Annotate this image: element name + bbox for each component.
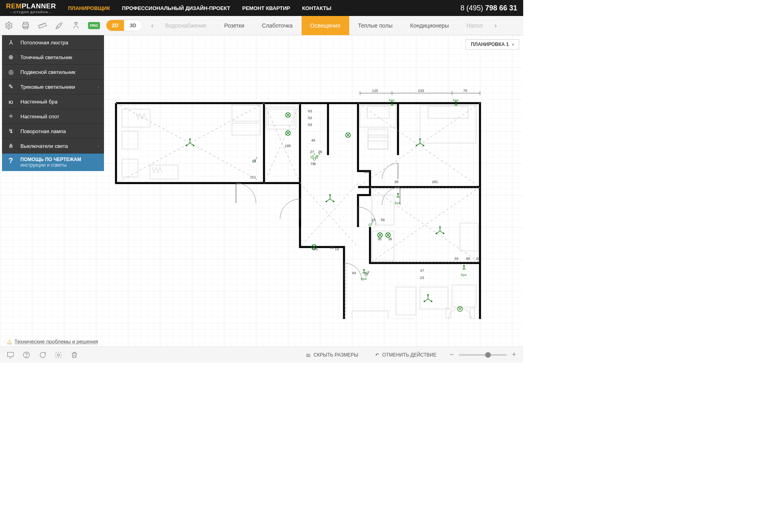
svg-text:63: 63 bbox=[308, 109, 312, 113]
pro-badge[interactable]: PRO bbox=[88, 22, 100, 29]
warning-icon: ⚠ bbox=[7, 339, 12, 345]
svg-text:35: 35 bbox=[378, 237, 382, 241]
svg-rect-1 bbox=[24, 22, 28, 24]
ruler-icon[interactable] bbox=[38, 21, 47, 30]
help-subtitle: инструкции и советы bbox=[20, 162, 81, 168]
nav-contacts[interactable]: КОНТАКТЫ bbox=[302, 5, 331, 11]
hide-sizes-button[interactable]: 80 СКРЫТЬ РАЗМЕРЫ bbox=[302, 352, 363, 358]
svg-text:185: 185 bbox=[285, 144, 291, 148]
main-nav: ПЛАНИРОВЩИК ПРОФЕССИОНАЛЬНЫЙ ДИЗАЙН-ПРОЕ… bbox=[68, 5, 460, 11]
panel-swivel[interactable]: ↯ Поворотная лампа bbox=[2, 124, 104, 139]
tab-floor[interactable]: Напол bbox=[458, 16, 492, 35]
panel-spotlight[interactable]: ⊗ Точечный светильник bbox=[2, 50, 104, 65]
toolbar: PRO 2D 3D ‹ Водоснабжение Розетки Слабот… bbox=[0, 16, 523, 35]
panel-help[interactable]: ? ПОМОЩЬ ПО ЧЕРТЕЖАМ инструкции и советы bbox=[2, 153, 104, 171]
settings-icon[interactable] bbox=[4, 21, 14, 30]
bra-icon: ю bbox=[7, 98, 15, 105]
floor-plan[interactable]: 125 233 75 Бра Бра Бра Бра Бра bbox=[112, 63, 496, 319]
tab-sockets[interactable]: Розетки bbox=[215, 16, 253, 35]
svg-text:Бра: Бра bbox=[361, 277, 367, 281]
svg-rect-50 bbox=[268, 109, 294, 125]
ceiling-lamp-icon: ⅄ bbox=[7, 39, 15, 46]
panel-pendant[interactable]: ◎ Подвесной светильник bbox=[2, 65, 104, 80]
panel-switches[interactable]: ⋔ Выключатели света › bbox=[2, 139, 104, 153]
svg-rect-57 bbox=[368, 141, 388, 149]
zoom-thumb[interactable] bbox=[485, 352, 491, 358]
svg-rect-55 bbox=[428, 106, 468, 118]
svg-text:19: 19 bbox=[335, 247, 339, 251]
chat-icon[interactable] bbox=[38, 351, 47, 359]
svg-rect-47 bbox=[232, 105, 260, 121]
view-2d-button[interactable]: 2D bbox=[106, 20, 124, 31]
svg-text:Бра: Бра bbox=[453, 98, 459, 102]
help-circle-icon[interactable] bbox=[22, 351, 31, 359]
svg-text:109: 109 bbox=[364, 170, 370, 174]
tab-lighting[interactable]: Освещение bbox=[302, 16, 349, 35]
print-icon[interactable] bbox=[21, 21, 30, 30]
tabs-prev-icon[interactable]: ‹ bbox=[148, 22, 156, 29]
tab-ac[interactable]: Кондиционеры bbox=[401, 16, 458, 35]
svg-text:233: 233 bbox=[418, 89, 424, 93]
svg-rect-109 bbox=[8, 352, 14, 357]
svg-text:96: 96 bbox=[466, 257, 470, 261]
logo-prefix: REM bbox=[6, 2, 22, 10]
panel-track[interactable]: ✎ Трековые светильники › bbox=[2, 80, 104, 94]
svg-text:47: 47 bbox=[420, 269, 424, 273]
svg-text:125: 125 bbox=[372, 89, 378, 93]
zoom-out-button[interactable]: − bbox=[448, 351, 455, 359]
panel-wall-spot[interactable]: ✧ Настенный спот bbox=[2, 109, 104, 124]
canvas[interactable]: ПЛАНИРОВКА 1 ⅄ Потолочная люстра ⊗ Точеч… bbox=[0, 35, 523, 347]
screen-icon[interactable] bbox=[6, 351, 15, 359]
tabs-next-icon[interactable]: › bbox=[492, 22, 500, 29]
svg-rect-61 bbox=[420, 287, 448, 309]
svg-text:Бра: Бра bbox=[461, 273, 467, 277]
zoom-in-button[interactable]: + bbox=[511, 351, 517, 359]
tab-lowvolt[interactable]: Слаботочка bbox=[253, 16, 302, 35]
svg-rect-56 bbox=[368, 129, 388, 137]
layout-selector[interactable]: ПЛАНИРОВКА 1 bbox=[466, 39, 519, 50]
spotlight-icon: ⊗ bbox=[7, 54, 15, 61]
undo-button[interactable]: ↶ ОТМЕНИТЬ ДЕЙСТВИЕ bbox=[370, 352, 441, 358]
svg-text:151: 151 bbox=[312, 247, 318, 251]
svg-rect-45 bbox=[122, 159, 138, 177]
svg-rect-26 bbox=[344, 263, 347, 319]
logo-subtitle: СТУДИЯ ДИЗАЙНА bbox=[6, 10, 56, 14]
svg-point-113 bbox=[58, 354, 60, 356]
svg-text:52: 52 bbox=[308, 116, 312, 120]
nav-design[interactable]: ПРОФЕССИОНАЛЬНЫЙ ДИЗАЙН-ПРОЕКТ bbox=[122, 5, 230, 11]
svg-text:32: 32 bbox=[365, 271, 369, 275]
gear-icon[interactable] bbox=[54, 351, 63, 359]
pendant-icon: ◎ bbox=[7, 68, 15, 76]
worker-icon[interactable] bbox=[71, 21, 81, 30]
svg-line-30 bbox=[264, 103, 300, 183]
zoom-slider[interactable] bbox=[459, 354, 507, 356]
main-header: REMPLANNER СТУДИЯ ДИЗАЙНА ПЛАНИРОВЩИК ПР… bbox=[0, 0, 523, 16]
view-3d-button[interactable]: 3D bbox=[124, 20, 142, 31]
issues-link[interactable]: ⚠ Технические проблемы и решения bbox=[7, 339, 98, 345]
svg-rect-54 bbox=[420, 105, 476, 143]
help-title: ПОМОЩЬ ПО ЧЕРТЕЖАМ bbox=[20, 157, 81, 162]
svg-text:34: 34 bbox=[454, 257, 458, 261]
panel-ceiling-lamp[interactable]: ⅄ Потолочная люстра bbox=[2, 35, 104, 50]
trash-icon[interactable] bbox=[70, 351, 79, 359]
panel-wall-bra[interactable]: ю Настенный бра bbox=[2, 94, 104, 109]
svg-rect-51 bbox=[360, 105, 396, 127]
svg-rect-59 bbox=[372, 231, 394, 261]
svg-text:23: 23 bbox=[420, 276, 424, 280]
wall-spot-icon: ✧ bbox=[7, 113, 15, 120]
nav-renovation[interactable]: РЕМОНТ КВАРТИР bbox=[242, 5, 290, 11]
logo[interactable]: REMPLANNER СТУДИЯ ДИЗАЙНА bbox=[6, 2, 56, 14]
tab-water[interactable]: Водоснабжение bbox=[156, 16, 216, 35]
svg-point-112 bbox=[26, 356, 26, 357]
lighting-panel: ⅄ Потолочная люстра ⊗ Точечный светильни… bbox=[2, 35, 104, 171]
svg-rect-66 bbox=[352, 311, 388, 319]
svg-rect-60 bbox=[396, 287, 416, 315]
tab-heating[interactable]: Теплые полы bbox=[349, 16, 401, 35]
tools-icon[interactable] bbox=[54, 21, 64, 30]
phone-number[interactable]: 8 (495) 798 66 31 bbox=[460, 4, 517, 12]
svg-rect-49 bbox=[266, 107, 296, 129]
nav-planner[interactable]: ПЛАНИРОВЩИК bbox=[68, 5, 110, 11]
svg-text:94: 94 bbox=[352, 271, 356, 275]
svg-text:39: 39 bbox=[388, 237, 392, 241]
svg-rect-44 bbox=[122, 131, 138, 149]
